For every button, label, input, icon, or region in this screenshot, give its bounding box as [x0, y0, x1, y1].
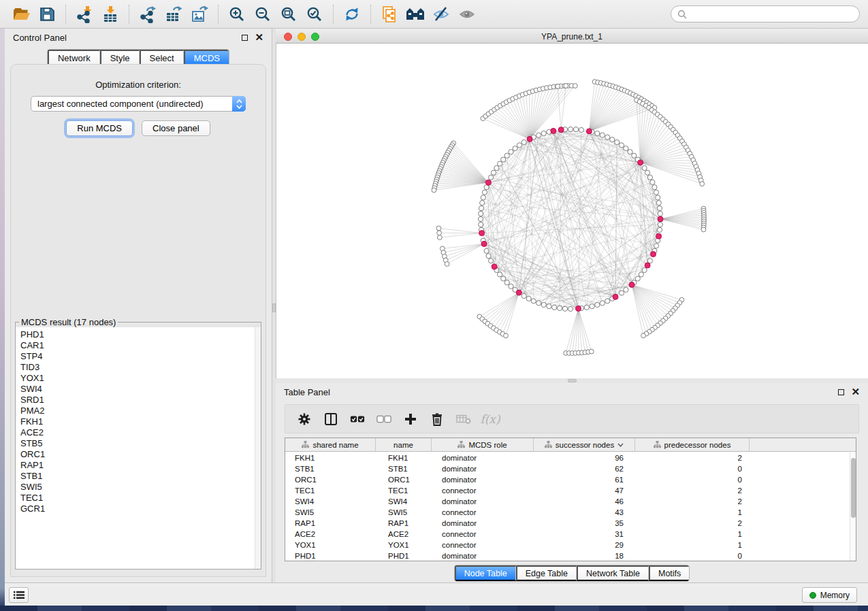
table-row[interactable]: SWI4SWI4dominator462: [285, 496, 850, 507]
float-panel-icon[interactable]: [242, 35, 248, 41]
tab-network-table[interactable]: Network Table: [577, 565, 649, 581]
memory-status-icon: [809, 592, 816, 599]
table-cell: 0: [635, 476, 750, 484]
table-cell: 2: [635, 454, 750, 462]
close-panel-icon[interactable]: ✕: [255, 34, 263, 41]
mcds-result-item[interactable]: YOX1: [20, 373, 254, 384]
search-input[interactable]: [690, 10, 853, 19]
tab-motifs[interactable]: Motifs: [649, 565, 689, 581]
add-column-icon[interactable]: [403, 412, 418, 427]
table-cell: 96: [534, 454, 635, 462]
table-cell: ORC1: [285, 476, 376, 484]
tab-node-table[interactable]: Node Table: [455, 565, 516, 581]
import-network-icon[interactable]: [74, 4, 95, 24]
export-network-icon[interactable]: [138, 4, 158, 24]
mcds-result-item[interactable]: SWI5: [20, 482, 254, 493]
mcds-result-item[interactable]: FKH1: [20, 416, 254, 427]
network-canvas[interactable]: [276, 44, 868, 378]
table-scrollbar[interactable]: [850, 452, 856, 561]
mcds-result-item[interactable]: PHD1: [20, 329, 254, 340]
select-all-icon[interactable]: [350, 412, 365, 427]
table-scrollbar-thumb[interactable]: [851, 458, 856, 518]
table-row[interactable]: FKH1FKH1dominator962: [285, 452, 850, 463]
hide-selected-icon[interactable]: [431, 4, 451, 24]
window-close-icon[interactable]: [284, 33, 292, 41]
toolbar-separator: [370, 5, 371, 24]
tab-edge-table[interactable]: Edge Table: [516, 565, 577, 581]
mcds-result-item[interactable]: PMA2: [20, 406, 254, 416]
close-panel-icon[interactable]: ✕: [851, 389, 860, 395]
column-header-name[interactable]: name: [376, 438, 432, 451]
import-table-icon[interactable]: [100, 4, 120, 24]
column-header-successor-nodes[interactable]: successor nodes: [534, 438, 635, 451]
node-table: shared namenameMCDS rolesuccessor nodesp…: [285, 437, 856, 561]
status-bar: Memory: [5, 582, 868, 606]
table-cell: connector: [432, 486, 534, 495]
column-header-MCDS-role[interactable]: MCDS role: [432, 438, 534, 451]
table-row[interactable]: RAP1RAP1dominator352: [285, 518, 850, 529]
horizontal-splitter[interactable]: [276, 378, 868, 383]
table-row[interactable]: YOX1YOX1connector291: [285, 540, 850, 550]
delete-column-icon[interactable]: [430, 412, 445, 427]
optimization-criterion-select[interactable]: largest connected component (undirected): [31, 96, 246, 112]
mcds-result-item[interactable]: ACE2: [20, 427, 254, 438]
table-cell: SWI4: [376, 497, 432, 506]
select-stepper-icon: [232, 96, 246, 112]
mcds-result-item[interactable]: STP4: [20, 351, 254, 362]
optimization-criterion-label: Optimization criterion:: [11, 80, 266, 90]
memory-button[interactable]: Memory: [802, 587, 857, 603]
clone-network-icon[interactable]: [379, 4, 400, 24]
table-row[interactable]: ORC1ORC1dominator610: [285, 474, 850, 485]
column-header-shared-name[interactable]: shared name: [285, 438, 376, 451]
table-toolbar: f(x): [285, 404, 859, 433]
node-table-header: shared namenameMCDS rolesuccessor nodesp…: [285, 438, 856, 452]
float-panel-icon[interactable]: [838, 389, 844, 395]
export-image-icon[interactable]: [189, 4, 210, 24]
table-cell: dominator: [432, 465, 534, 473]
zoom-selected-icon[interactable]: [304, 4, 325, 24]
mcds-result-item[interactable]: ORC1: [20, 449, 254, 460]
export-table-icon[interactable]: [163, 4, 184, 24]
mcds-list-scrollbar[interactable]: [255, 327, 261, 569]
mcds-result-item[interactable]: TEC1: [20, 493, 254, 503]
zoom-in-icon[interactable]: [227, 4, 247, 24]
show-all-icon[interactable]: [457, 4, 477, 24]
table-row[interactable]: STB1STB1dominator620: [285, 463, 850, 474]
close-panel-button[interactable]: Close panel: [142, 120, 210, 136]
mcds-result-item[interactable]: GCR1: [20, 503, 254, 514]
table-cell: 0: [635, 465, 750, 473]
run-mcds-button[interactable]: Run MCDS: [66, 120, 133, 136]
mcds-result-item[interactable]: CAR1: [20, 340, 254, 351]
task-history-button[interactable]: [9, 587, 29, 603]
mcds-result-item[interactable]: SRD1: [20, 395, 254, 406]
table-settings-gear-icon[interactable]: [297, 412, 312, 427]
search-box[interactable]: [671, 5, 860, 22]
network-graph[interactable]: [276, 44, 868, 378]
node-table-rows: FKH1FKH1dominator962STB1STB1dominator620…: [285, 452, 850, 561]
refresh-icon[interactable]: [342, 4, 362, 24]
window-maximize-icon[interactable]: [311, 33, 319, 41]
table-cell: 29: [534, 541, 635, 549]
show-columns-icon[interactable]: [323, 412, 338, 427]
table-row[interactable]: SWI5SWI5connector431: [285, 507, 850, 518]
splitter-grip[interactable]: [568, 379, 577, 382]
table-panel-title: Table Panel: [284, 387, 330, 397]
mcds-result-item[interactable]: STB1: [20, 471, 254, 482]
mcds-result-item[interactable]: TID3: [20, 362, 254, 373]
mcds-result-item[interactable]: STB5: [20, 438, 254, 449]
mcds-result-item[interactable]: SWI4: [20, 384, 254, 395]
zoom-fit-icon[interactable]: [278, 4, 299, 24]
table-row[interactable]: PHD1PHD1dominator180: [285, 550, 850, 561]
table-cell: 47: [534, 486, 635, 495]
network-window-titlebar[interactable]: YPA_prune.txt_1: [276, 30, 868, 44]
table-row[interactable]: TEC1TEC1connector472: [285, 485, 850, 496]
table-row[interactable]: ACE2ACE2connector311: [285, 529, 850, 540]
save-session-icon[interactable]: [37, 4, 57, 24]
zoom-out-icon[interactable]: [253, 4, 273, 24]
window-minimize-icon[interactable]: [298, 33, 306, 41]
first-neighbors-icon[interactable]: [405, 4, 425, 24]
open-file-icon[interactable]: [11, 4, 31, 24]
mcds-result-item[interactable]: RAP1: [20, 460, 254, 471]
deselect-all-icon[interactable]: [376, 412, 391, 427]
column-header-predecessor-nodes[interactable]: predecessor nodes: [635, 438, 750, 451]
